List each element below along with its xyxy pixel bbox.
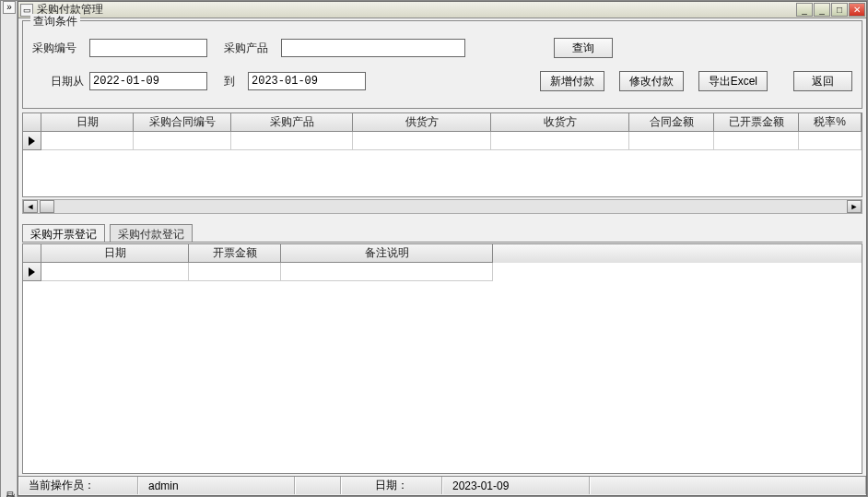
col-contract-no[interactable]: 采购合同编号	[134, 113, 231, 132]
status-operator-value: admin	[138, 477, 295, 494]
date-to-label: 到	[224, 74, 242, 89]
expand-left-nav-button[interactable]: »	[3, 1, 16, 14]
status-spacer	[295, 477, 341, 494]
left-nav-gutter: » 导航栏	[1, 1, 18, 497]
row-marker-icon	[29, 267, 35, 277]
export-excel-button[interactable]: 导出Excel	[698, 71, 768, 91]
tab-payment-register[interactable]: 采购付款登记	[110, 224, 193, 243]
window-controls: _ _ □ ✕	[796, 3, 866, 17]
main-grid-hscrollbar[interactable]: ◄ ►	[22, 199, 862, 214]
add-payment-button[interactable]: 新增付款	[540, 71, 604, 91]
content-area: 查询条件 采购编号 采购产品 查询 日期从 到	[18, 18, 866, 494]
sub-col-invoice-amount[interactable]: 开票金额	[189, 244, 281, 263]
search-button[interactable]: 查询	[554, 38, 613, 58]
close-button[interactable]: ✕	[849, 3, 865, 17]
col-receiver[interactable]: 收货方	[491, 113, 629, 132]
query-row-2: 日期从 到 新增付款 修改付款 导出Excel 返回	[32, 69, 852, 93]
row-selector[interactable]	[23, 132, 41, 150]
minimize-inner-button[interactable]: _	[796, 3, 813, 17]
main-grid-header: 日期 采购合同编号 采购产品 供货方 收货方 合同金额 已开票金额 税率%	[23, 113, 862, 132]
col-date[interactable]: 日期	[41, 113, 134, 132]
sub-col-date[interactable]: 日期	[41, 244, 189, 263]
status-date-label: 日期：	[341, 477, 442, 494]
left-nav-label: 导航栏	[1, 483, 18, 489]
col-product[interactable]: 采购产品	[231, 113, 353, 132]
main-grid-corner	[23, 113, 41, 132]
sub-grid[interactable]: 日期 开票金额 备注说明	[22, 243, 862, 474]
col-tax-rate[interactable]: 税率%	[799, 113, 862, 132]
tab-underline	[22, 242, 862, 243]
scroll-left-button[interactable]: ◄	[23, 200, 38, 213]
main-grid-body	[23, 132, 862, 196]
status-fill	[590, 477, 866, 494]
main-grid[interactable]: 日期 采购合同编号 采购产品 供货方 收货方 合同金额 已开票金额 税率%	[22, 112, 862, 197]
date-from-input[interactable]	[89, 72, 207, 90]
col-contract-amount[interactable]: 合同金额	[629, 113, 714, 132]
edit-payment-button[interactable]: 修改付款	[619, 71, 684, 91]
table-row[interactable]	[23, 263, 862, 281]
maximize-button[interactable]: □	[831, 3, 848, 17]
product-input[interactable]	[281, 39, 465, 57]
col-supplier[interactable]: 供货方	[353, 113, 491, 132]
sub-col-remark[interactable]: 备注说明	[281, 244, 493, 263]
row-marker-icon	[29, 136, 35, 146]
back-button[interactable]: 返回	[793, 71, 852, 91]
scroll-right-button[interactable]: ►	[847, 200, 862, 213]
purchase-no-input[interactable]	[89, 39, 207, 57]
col-invoiced-amount[interactable]: 已开票金额	[714, 113, 799, 132]
inner-window: ▭ 采购付款管理 _ _ □ ✕ 查询条件 采购编号 采购产品 查询	[18, 1, 867, 496]
date-from-label: 日期从	[32, 74, 84, 89]
sub-grid-corner	[23, 244, 41, 263]
statusbar: 当前操作员： admin 日期： 2023-01-09	[18, 476, 866, 494]
minimize-button[interactable]: _	[814, 3, 830, 17]
query-group-label: 查询条件	[30, 14, 80, 30]
purchase-no-label: 采购编号	[32, 41, 84, 56]
sub-tabs: 采购开票登记 采购付款登记	[22, 223, 862, 242]
query-groupbox: 查询条件 采购编号 采购产品 查询 日期从 到	[22, 20, 862, 109]
tab-invoice-register[interactable]: 采购开票登记	[22, 224, 105, 243]
window-title: 采购付款管理	[37, 2, 796, 18]
product-label: 采购产品	[224, 41, 276, 56]
status-operator-label: 当前操作员：	[18, 477, 138, 494]
outer-window: » 导航栏 ▭ 采购付款管理 _ _ □ ✕ 查询条件 采购编号 采购产品	[0, 0, 868, 497]
scroll-thumb[interactable]	[40, 200, 54, 213]
titlebar: ▭ 采购付款管理 _ _ □ ✕	[18, 2, 866, 18]
date-to-input[interactable]	[248, 72, 366, 90]
sub-grid-header: 日期 开票金额 备注说明	[23, 244, 862, 263]
scroll-track[interactable]	[38, 200, 847, 213]
sub-grid-body	[23, 263, 862, 473]
query-row-1: 采购编号 采购产品 查询	[32, 36, 852, 60]
status-date-value: 2023-01-09	[442, 477, 590, 494]
row-selector[interactable]	[23, 263, 41, 281]
table-row[interactable]	[23, 132, 862, 150]
